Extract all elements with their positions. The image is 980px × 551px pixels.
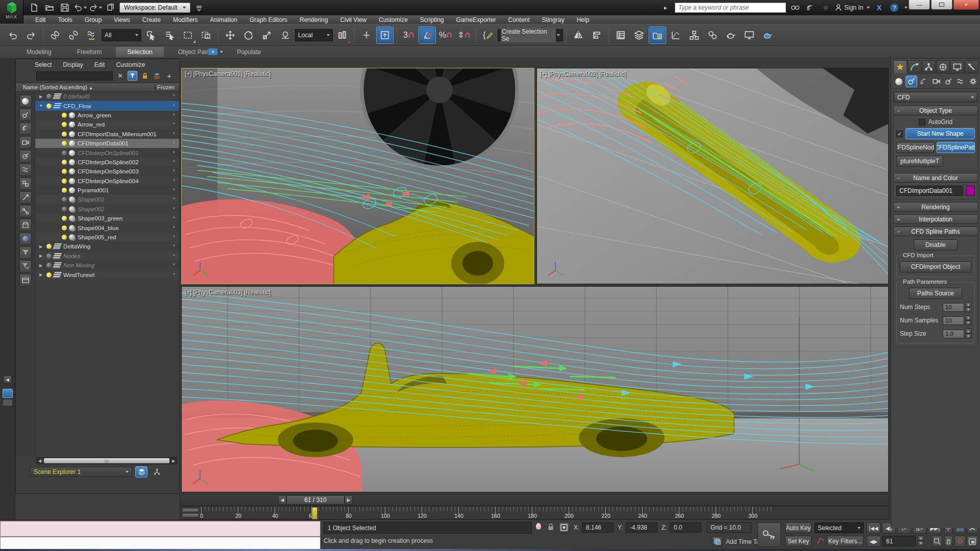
undo-icon[interactable] xyxy=(74,2,87,13)
num-samples-spinner[interactable]: ▲▼ xyxy=(965,315,971,325)
named-selection-dropdown[interactable]: Create Selection Se xyxy=(498,29,563,41)
frozen-cell-icon[interactable]: * xyxy=(173,272,175,278)
name-column-header[interactable]: Name (Sorted Ascending) ▲ xyxy=(16,84,155,90)
menu-item[interactable]: Tools xyxy=(53,16,78,24)
menu-item[interactable]: Rendering xyxy=(294,16,333,24)
step-size-spinner[interactable]: ▲▼ xyxy=(965,329,971,339)
time-slider-track[interactable]: ◀ 61 / 310 ▶ xyxy=(180,494,889,506)
display-containers-icon[interactable] xyxy=(19,219,32,231)
visibility-bulb-icon[interactable] xyxy=(62,235,67,240)
clear-search-icon[interactable]: ✕ xyxy=(115,71,125,81)
ribbon-minimize-icon[interactable]: ▾ xyxy=(208,47,223,55)
tree-row[interactable]: Arrow_green * xyxy=(35,111,179,120)
footer-hierarchy-mode-icon[interactable] xyxy=(151,466,163,478)
expand-icon[interactable] xyxy=(37,94,44,99)
tree-row[interactable]: WindTunnel * xyxy=(35,270,179,279)
menu-item[interactable]: Content xyxy=(503,16,535,24)
tree-row[interactable]: Shape003_green * xyxy=(35,214,179,223)
expand-icon[interactable] xyxy=(37,272,44,277)
category-dropdown[interactable]: CFD xyxy=(894,92,977,103)
collapse-panel-icon[interactable]: ◀ xyxy=(3,375,12,384)
object-color-swatch[interactable] xyxy=(966,186,975,196)
frozen-cell-icon[interactable]: * xyxy=(173,103,175,109)
menu-item[interactable]: GameExporter xyxy=(451,16,502,24)
rendering-header[interactable]: +Rendering xyxy=(893,202,978,212)
archive-icon[interactable] xyxy=(19,274,32,286)
sign-in-button[interactable]: Sign In xyxy=(835,4,870,11)
open-mini-curve-editor-icon[interactable] xyxy=(182,508,199,518)
menu-item[interactable]: Customize xyxy=(373,16,413,24)
toggle-ribbon-icon[interactable] xyxy=(649,27,666,44)
maximize-button[interactable] xyxy=(931,0,952,10)
explorer-menu-item[interactable]: Display xyxy=(58,61,87,69)
snaps-toggle-3d-icon[interactable]: 3 xyxy=(400,27,418,44)
visibility-bulb-icon[interactable] xyxy=(62,141,67,146)
auto-key-button[interactable]: Auto Key xyxy=(785,522,812,533)
redo-icon[interactable] xyxy=(89,2,102,13)
tree-row[interactable]: Shape002 * xyxy=(35,205,179,214)
frozen-cell-icon[interactable]: * xyxy=(173,93,175,99)
display-geometry-icon[interactable] xyxy=(19,95,32,107)
display-bones-icon[interactable] xyxy=(19,205,32,217)
favorites-star-icon[interactable]: ☆ xyxy=(820,3,832,13)
tree-row[interactable]: CFDInterpOnSpline001 * xyxy=(35,148,179,157)
rectangular-selection-region-icon[interactable] xyxy=(179,27,197,44)
pan-orbit-icon[interactable] xyxy=(954,536,966,547)
key-step-toggle-icon[interactable]: ◀▶ xyxy=(867,536,880,547)
minimize-button[interactable]: — xyxy=(909,0,930,10)
visibility-bulb-icon[interactable] xyxy=(62,207,67,212)
tree-row[interactable]: Non Moving * xyxy=(35,261,179,270)
communication-center-icon[interactable] xyxy=(804,3,817,13)
search-expand-icon[interactable]: ▸ xyxy=(659,3,672,13)
menu-item[interactable]: Help xyxy=(571,16,595,24)
cfdsplinepath-button[interactable]: CFDSplinePath xyxy=(937,142,975,153)
explorer-menu-item[interactable]: Select xyxy=(30,61,56,69)
menu-item[interactable]: Group xyxy=(79,16,107,24)
tree-row[interactable]: Pyramid001 * xyxy=(35,186,179,195)
docked-explorer-icon[interactable] xyxy=(3,389,13,406)
select-and-manipulate-icon[interactable] xyxy=(358,27,375,44)
expand-icon[interactable] xyxy=(37,263,44,268)
frozen-cell-icon[interactable]: * xyxy=(173,140,175,146)
footer-layer-mode-icon[interactable] xyxy=(135,466,148,478)
isolate-selection-icon[interactable] xyxy=(536,523,541,531)
open-file-icon[interactable] xyxy=(43,2,56,13)
viewport-physcamera003[interactable]: [+] [PhysCamera003] [Realistic] xyxy=(181,286,889,492)
sub-shapes[interactable] xyxy=(905,76,917,87)
close-button[interactable]: × xyxy=(953,0,979,10)
ribbon-tab[interactable]: Selection xyxy=(116,47,163,57)
menu-item[interactable]: Graph Editors xyxy=(244,16,293,24)
menu-item[interactable]: Animation xyxy=(205,16,243,24)
visibility-bulb-icon[interactable] xyxy=(62,169,67,174)
object-name-field[interactable]: CFDImportData001 xyxy=(896,186,963,196)
exchange-icon[interactable]: X xyxy=(873,3,885,13)
visibility-bulb-icon[interactable] xyxy=(62,179,67,184)
schematic-view-icon[interactable] xyxy=(685,27,703,44)
percent-snap-toggle-icon[interactable]: % xyxy=(437,27,454,44)
frozen-cell-icon[interactable]: * xyxy=(173,150,175,156)
frozen-cell-icon[interactable]: * xyxy=(173,131,175,137)
key-curve-icon[interactable] xyxy=(817,537,825,546)
menu-item[interactable]: Civil View xyxy=(334,16,372,24)
frozen-cell-icon[interactable]: * xyxy=(173,196,175,203)
tree-row[interactable]: Arrow_red * xyxy=(35,120,179,129)
selection-lock-icon[interactable] xyxy=(547,523,554,532)
next-frame-icon[interactable]: ▶ xyxy=(345,495,353,505)
display-lights-icon[interactable] xyxy=(19,122,32,135)
sub-geometry[interactable] xyxy=(893,76,904,87)
current-frame-field[interactable]: 61 xyxy=(882,536,916,546)
frozen-cell-icon[interactable]: * xyxy=(173,168,175,174)
capture-multiple-button[interactable]: ptureMultipleT xyxy=(896,156,943,167)
window-crossing-toggle-icon[interactable] xyxy=(198,27,215,44)
time-slider-thumb[interactable]: ◀ 61 / 310 ▶ xyxy=(278,495,353,505)
display-spacewarps-icon[interactable] xyxy=(19,164,32,176)
scroll-right-icon[interactable]: ▶ xyxy=(170,458,177,464)
current-frame-display[interactable]: 61 / 310 xyxy=(286,495,345,505)
menu-item[interactable]: Create xyxy=(137,16,166,24)
workspace-selector[interactable]: Workspace: Default xyxy=(119,3,190,13)
frozen-cell-icon[interactable]: * xyxy=(173,253,175,259)
frozen-cell-icon[interactable]: * xyxy=(173,243,175,249)
maximize-viewport-toggle-icon[interactable] xyxy=(967,536,978,547)
project-folder-icon[interactable] xyxy=(104,2,117,13)
help-icon[interactable]: ? xyxy=(888,3,900,13)
